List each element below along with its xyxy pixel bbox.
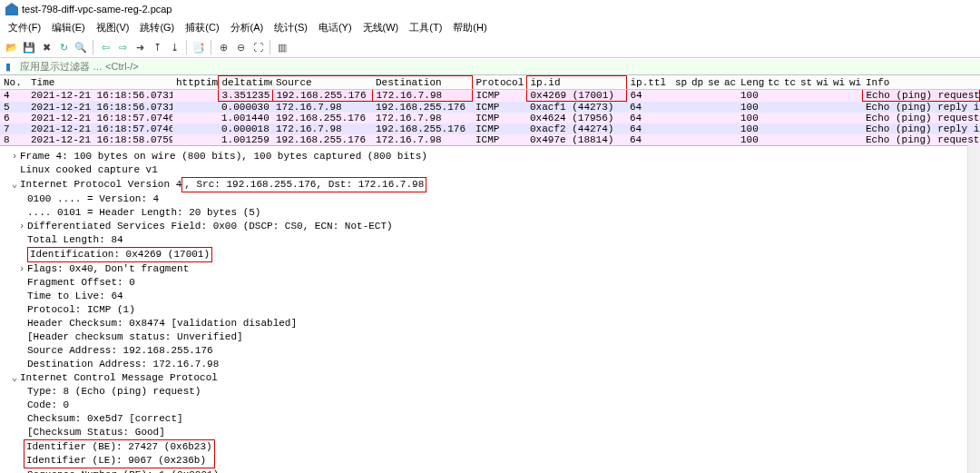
col-wi2[interactable]: wi [829, 76, 846, 90]
packet-cell: 7 [0, 123, 27, 134]
display-filter-input[interactable] [16, 59, 980, 74]
col-len[interactable]: Leng [737, 76, 764, 90]
packet-cell: 2021-12-21 16:18:57.074628 [27, 113, 172, 123]
find-icon[interactable]: 🔍 [73, 39, 89, 55]
col-st[interactable]: st [797, 76, 813, 90]
col-ac[interactable]: ac [720, 76, 737, 90]
save-icon[interactable]: 💾 [21, 39, 37, 55]
menu-wireless[interactable]: 无线(W) [358, 20, 404, 35]
detail-sqbe[interactable]: Sequence Number (BE): 1 (0x0001) [27, 469, 219, 473]
tree-toggle-icon[interactable]: ⌄ [9, 178, 20, 192]
open-icon[interactable]: 📂 [4, 39, 20, 55]
detail-chk[interactable]: Checksum: 0xe5d7 [correct] [27, 413, 183, 424]
col-dp[interactable]: dp [688, 76, 704, 90]
packet-cell: 1.001259 [218, 134, 272, 145]
packet-header-row[interactable]: No. Time httptime deltatime Source Desti… [0, 76, 980, 90]
detail-ttl[interactable]: Time to Live: 64 [27, 291, 123, 301]
detail-flags[interactable]: Flags: 0x40, Don't fragment [27, 263, 189, 274]
back-icon[interactable]: ⇦ [97, 39, 113, 55]
col-wi3[interactable]: wi [846, 76, 862, 90]
col-ipid[interactable]: ip.id [526, 76, 626, 90]
detail-dsta[interactable]: Destination Address: 172.16.7.98 [27, 359, 219, 370]
col-protocol[interactable]: Protocol [472, 76, 526, 90]
col-time[interactable]: Time [27, 76, 172, 90]
col-info[interactable]: Info [862, 76, 980, 90]
packet-table[interactable]: No. Time httptime deltatime Source Desti… [0, 75, 980, 145]
menu-file[interactable]: 文件(F) [4, 20, 45, 35]
menu-analyze[interactable]: 分析(A) [226, 20, 269, 35]
bookmark-icon[interactable]: ▮ [0, 58, 16, 74]
menu-go[interactable]: 跳转(G) [135, 20, 179, 35]
tree-toggle-icon[interactable]: ⌄ [9, 371, 20, 385]
col-no[interactable]: No. [0, 76, 27, 90]
col-se[interactable]: se [704, 76, 720, 90]
detail-type[interactable]: Type: 8 (Echo (ping) request) [27, 386, 201, 397]
col-tc2[interactable]: tc [780, 76, 797, 90]
detail-version[interactable]: 0100 .... = Version: 4 [27, 193, 159, 204]
detail-idle[interactable]: Identifier (LE): 9067 (0x236b) [26, 455, 206, 466]
col-httptime[interactable]: httptime [172, 76, 218, 90]
autoscroll-icon[interactable]: 📑 [191, 39, 207, 55]
zoom-in-icon[interactable]: ⊕ [215, 39, 231, 55]
tree-toggle-icon[interactable]: › [9, 150, 20, 163]
packet-cell [671, 90, 688, 102]
packet-row[interactable]: 82021-12-21 16:18:58.0759051.001259192.1… [0, 134, 980, 145]
zoom-fit-icon[interactable]: ⛶ [250, 39, 266, 55]
detail-ip-head[interactable]: Internet Protocol Version 4 [20, 179, 181, 190]
packet-cell [764, 90, 780, 102]
packet-cell: 3.351235 [218, 90, 272, 102]
detail-linux[interactable]: Linux cooked capture v1 [20, 164, 158, 175]
col-deltatime[interactable]: deltatime [218, 76, 272, 90]
detail-hlen[interactable]: .... 0101 = Header Length: 20 bytes (5) [27, 207, 260, 218]
detail-protocol[interactable]: Protocol: ICMP (1) [27, 304, 135, 315]
fwd-icon[interactable]: ⇨ [114, 39, 131, 55]
menu-view[interactable]: 视图(V) [92, 20, 134, 35]
packet-cell [764, 123, 780, 134]
menu-edit[interactable]: 编辑(E) [47, 20, 90, 35]
packet-cell: 172.16.7.98 [372, 134, 472, 145]
detail-frame[interactable]: Frame 4: 100 bytes on wire (800 bits), 1… [20, 151, 427, 162]
detail-hchks[interactable]: [Header checksum status: Unverified] [27, 331, 243, 342]
packet-row[interactable]: 52021-12-21 16:18:56.0731880.000030172.1… [0, 102, 980, 113]
detail-icmp[interactable]: Internet Control Message Protocol [20, 372, 218, 383]
detail-code[interactable]: Code: 0 [27, 399, 69, 410]
detail-ip-srcdst: , Src: 192.168.255.176, Dst: 172.16.7.98 [181, 177, 426, 192]
detail-hchk[interactable]: Header Checksum: 0x8474 [validation disa… [27, 318, 297, 329]
packet-cell [764, 102, 780, 113]
first-icon[interactable]: ⤒ [149, 39, 165, 55]
detail-chks[interactable]: [Checksum Status: Good] [27, 427, 165, 438]
tree-toggle-icon[interactable]: › [16, 220, 27, 233]
packet-cell [797, 134, 813, 145]
menu-tools[interactable]: 工具(T) [405, 20, 446, 35]
zoom-out-icon[interactable]: ⊖ [232, 39, 249, 55]
col-tc1[interactable]: tc [764, 76, 780, 90]
detail-fragoff[interactable]: Fragment Offset: 0 [27, 277, 135, 288]
col-destination[interactable]: Destination [372, 76, 472, 90]
detail-dsf[interactable]: Differentiated Services Field: 0x00 (DSC… [27, 221, 393, 232]
detail-idbe[interactable]: Identifier (BE): 27427 (0x6b23) [26, 441, 212, 452]
col-wi1[interactable]: wi [813, 76, 829, 90]
packet-cell: 4 [0, 90, 27, 102]
packet-row[interactable]: 72021-12-21 16:18:57.0746460.000018172.1… [0, 123, 980, 134]
last-icon[interactable]: ⤓ [166, 39, 182, 55]
detail-totlen[interactable]: Total Length: 84 [27, 234, 123, 245]
detail-srca[interactable]: Source Address: 192.168.255.176 [27, 345, 213, 356]
tree-toggle-icon[interactable]: › [16, 262, 27, 276]
resize-cols-icon[interactable]: ▥ [274, 39, 290, 55]
menu-capture[interactable]: 捕获(C) [181, 20, 223, 35]
menu-telephony[interactable]: 电话(Y) [314, 20, 357, 35]
packet-details-pane[interactable]: ›Frame 4: 100 bytes on wire (800 bits), … [0, 145, 980, 473]
menu-statistics[interactable]: 统计(S) [270, 20, 312, 35]
detail-identification[interactable]: Identification: 0x4269 (17001) [27, 247, 212, 262]
vertical-scrollbar[interactable] [967, 145, 980, 473]
reload-icon[interactable]: ↻ [55, 39, 72, 55]
close-icon[interactable]: ✖ [38, 39, 54, 55]
packet-row[interactable]: 42021-12-21 16:18:56.0731583.351235192.1… [0, 90, 980, 102]
menu-help[interactable]: 帮助(H) [448, 20, 491, 35]
packet-cell [172, 123, 218, 134]
col-sp[interactable]: sp [671, 76, 688, 90]
jump-icon[interactable]: ➜ [132, 39, 148, 55]
col-ttl[interactable]: ip.ttl [626, 76, 671, 90]
packet-row[interactable]: 62021-12-21 16:18:57.0746281.001440192.1… [0, 113, 980, 123]
col-source[interactable]: Source [272, 76, 372, 90]
